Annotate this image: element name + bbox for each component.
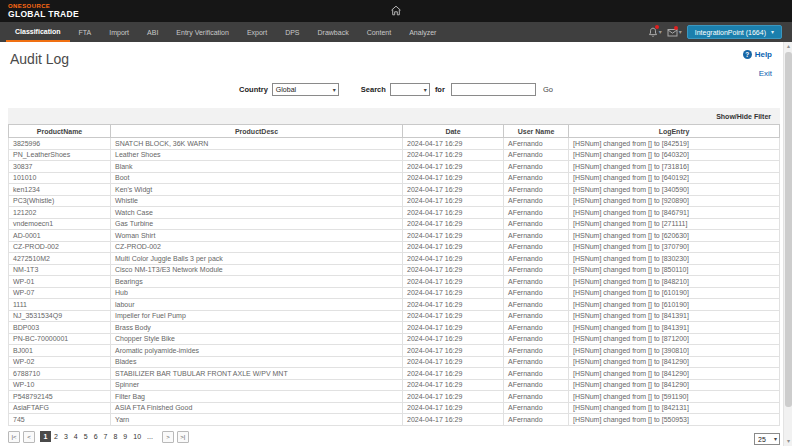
cell-date: 2024-04-17 16:29 — [403, 172, 504, 184]
account-menu-button[interactable]: IntegrationPoint (1664) ▾ — [687, 25, 782, 39]
show-hide-filter-link[interactable]: Show/Hide Filter — [716, 113, 771, 120]
cell-user-name: AFernando — [504, 218, 569, 230]
chevron-down-icon: ▾ — [422, 87, 429, 93]
cell-product-name: 1111 — [9, 299, 111, 311]
nav-item-content[interactable]: Content — [358, 22, 401, 42]
col-header-log-entry[interactable]: LogEntry — [569, 125, 780, 138]
col-header-product-desc[interactable]: ProductDesc — [111, 125, 403, 138]
account-menu-label: IntegrationPoint (1664) — [695, 29, 766, 36]
table-row: NJ_3531534Q9Impeller for Fuel Pump2024-0… — [9, 310, 780, 322]
scrollbar-thumb[interactable] — [785, 52, 792, 407]
cell-product-name: AD-0001 — [9, 230, 111, 242]
nav-item-fta[interactable]: FTA — [70, 22, 101, 42]
table-row: NM-1T3Cisco NM-1T3/E3 Network Module2024… — [9, 264, 780, 276]
cell-log-entry: [HSNum] changed from [] to [842131] — [569, 402, 780, 414]
cell-log-entry: [HSNum] changed from [] to [640320] — [569, 149, 780, 161]
page-9[interactable]: 9 — [120, 431, 130, 442]
cell-product-desc: Gas Turbine — [111, 218, 403, 230]
col-header-user-name[interactable]: User Name — [504, 125, 569, 138]
cell-product-name: CZ-PROD-002 — [9, 241, 111, 253]
page-size-wrap: 25 ▾ — [754, 428, 780, 446]
top-brand-bar: ONESOURCE GLOBAL TRADE — [0, 0, 792, 22]
nav-item-drawback[interactable]: Drawback — [309, 22, 358, 42]
cell-date: 2024-04-17 16:29 — [403, 230, 504, 242]
pagination-bar: |< < 12345678910... > >| 25 ▾ — [8, 428, 780, 446]
prev-page-button[interactable]: < — [23, 431, 35, 443]
search-field-select[interactable]: ▾ — [390, 83, 430, 96]
cell-user-name: AFernando — [504, 276, 569, 288]
cell-product-name: NM-1T3 — [9, 264, 111, 276]
nav-item-import[interactable]: Import — [100, 22, 138, 42]
col-header-date[interactable]: Date — [403, 125, 504, 138]
cell-log-entry: [HSNum] changed from [] to [841391] — [569, 310, 780, 322]
cell-date: 2024-04-17 16:29 — [403, 184, 504, 196]
first-page-button[interactable]: |< — [8, 431, 20, 443]
page-size-select[interactable]: 25 ▾ — [754, 433, 780, 445]
table-header-row: ProductName ProductDesc Date User Name L… — [9, 125, 780, 138]
notifications-button[interactable]: ▾ — [648, 27, 662, 38]
go-button[interactable]: Go — [543, 85, 553, 94]
cell-product-desc: Brass Body — [111, 322, 403, 334]
cell-user-name: AFernando — [504, 414, 569, 426]
cell-date: 2024-04-17 16:29 — [403, 356, 504, 368]
page-5[interactable]: 5 — [81, 431, 91, 442]
col-header-product-name[interactable]: ProductName — [9, 125, 111, 138]
page-10[interactable]: 10 — [130, 431, 144, 442]
country-select[interactable]: Global ▾ — [272, 83, 339, 96]
nav-item-entry-verification[interactable]: Entry Verification — [167, 22, 238, 42]
page-3[interactable]: 3 — [61, 431, 71, 442]
scroll-down-icon[interactable]: ▾ — [784, 437, 792, 446]
cell-date: 2024-04-17 16:29 — [403, 264, 504, 276]
nav-item-dps[interactable]: DPS — [276, 22, 308, 42]
nav-item-analyzer[interactable]: Analyzer — [400, 22, 445, 42]
cell-product-name: WP-02 — [9, 356, 111, 368]
chevron-down-icon: ▾ — [331, 87, 338, 93]
page-8[interactable]: 8 — [110, 431, 120, 442]
page-1[interactable]: 1 — [40, 431, 51, 442]
next-page-button[interactable]: > — [162, 431, 174, 443]
last-page-button[interactable]: >| — [177, 431, 189, 443]
cell-log-entry: [HSNum] changed from [] to [591190] — [569, 391, 780, 403]
cell-product-desc: Ken's Widgt — [111, 184, 403, 196]
cell-product-name: NJ_3531534Q9 — [9, 310, 111, 322]
cell-user-name: AFernando — [504, 356, 569, 368]
page-4[interactable]: 4 — [71, 431, 81, 442]
help-link[interactable]: ? Help — [743, 50, 772, 59]
help-label: Help — [755, 50, 772, 59]
page-2[interactable]: 2 — [51, 431, 61, 442]
cell-log-entry: [HSNum] changed from [] to [841290] — [569, 356, 780, 368]
cell-product-name: WP-07 — [9, 287, 111, 299]
page-7[interactable]: 7 — [101, 431, 111, 442]
page-size-value: 25 — [758, 436, 766, 443]
home-icon[interactable] — [390, 4, 403, 17]
vertical-scrollbar[interactable]: ▴ ▾ — [783, 42, 792, 446]
nav-item-classification[interactable]: Classification — [6, 22, 70, 42]
cell-user-name: AFernando — [504, 379, 569, 391]
main-nav: ClassificationFTAImportABIEntry Verifica… — [0, 22, 792, 42]
cell-product-name: 121202 — [9, 207, 111, 219]
search-input[interactable] — [451, 83, 536, 96]
exit-link[interactable]: Exit — [759, 69, 772, 78]
cell-product-desc: Chopper Style Bike — [111, 333, 403, 345]
page-title: Audit Log — [10, 51, 792, 67]
table-row: BJ001Aromatic polyamide-imides2024-04-17… — [9, 345, 780, 357]
cell-user-name: AFernando — [504, 138, 569, 150]
cell-user-name: AFernando — [504, 195, 569, 207]
message-badge — [674, 26, 678, 30]
cell-product-desc: labour — [111, 299, 403, 311]
messages-button[interactable]: ▾ — [667, 28, 682, 37]
cell-log-entry: [HSNum] changed from [] to [841290] — [569, 368, 780, 380]
cell-product-desc: Aromatic polyamide-imides — [111, 345, 403, 357]
nav-item-export[interactable]: Export — [238, 22, 276, 42]
page-6[interactable]: 6 — [91, 431, 101, 442]
scroll-up-icon[interactable]: ▴ — [784, 42, 792, 51]
brand-logo: ONESOURCE GLOBAL TRADE — [8, 3, 79, 20]
country-label: Country — [239, 85, 268, 94]
nav-item-abi[interactable]: ABI — [138, 22, 167, 42]
page-ellipsis[interactable]: ... — [144, 431, 156, 442]
table-row: WP-07Hub2024-04-17 16:29AFernando[HSNum]… — [9, 287, 780, 299]
cell-date: 2024-04-17 16:29 — [403, 218, 504, 230]
table-row: PN-BC-70000001Chopper Style Bike2024-04-… — [9, 333, 780, 345]
notification-badge — [655, 25, 659, 29]
cell-user-name: AFernando — [504, 241, 569, 253]
